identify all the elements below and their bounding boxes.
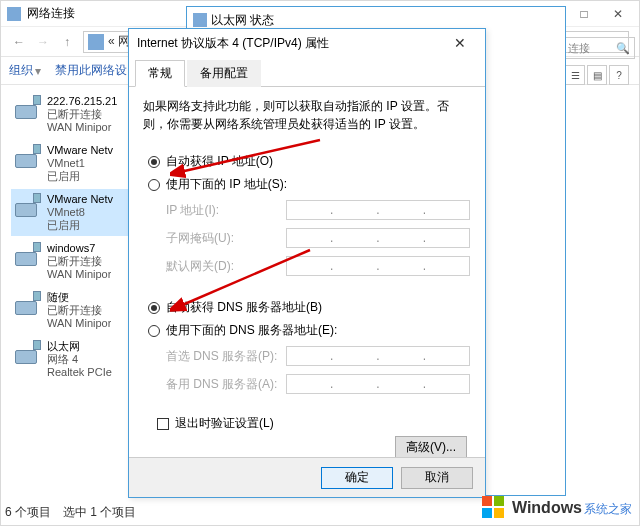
radio-ip-manual[interactable]: 使用下面的 IP 地址(S): <box>144 173 470 196</box>
ip-group: 自动获得 IP 地址(O) 使用下面的 IP 地址(S): IP 地址(I): … <box>143 147 471 287</box>
nic-icon <box>13 95 41 123</box>
ip-address-input[interactable]: ... <box>286 200 470 220</box>
radio-icon <box>148 325 160 337</box>
back-window-title: 网络连接 <box>27 5 75 22</box>
connection-list: 222.76.215.21 已断开连接 WAN Minipor VMware N… <box>11 91 131 385</box>
nav-fwd-icon[interactable]: → <box>31 30 55 54</box>
field-dns-preferred: 首选 DNS 服务器(P): ... <box>144 342 470 370</box>
field-dns-alternate: 备用 DNS 服务器(A): ... <box>144 370 470 398</box>
nic-icon <box>13 291 41 319</box>
radio-icon <box>148 179 160 191</box>
view-list-button[interactable]: ☰ <box>565 65 585 85</box>
mid-window-title: 以太网 状态 <box>211 12 274 29</box>
dlg-titlebar: Internet 协议版本 4 (TCP/IPv4) 属性 ✕ <box>129 29 485 57</box>
radio-label: 自动获得 DNS 服务器地址(B) <box>166 299 322 316</box>
field-subnet-mask: 子网掩码(U): ... <box>144 224 470 252</box>
tab-general[interactable]: 常规 <box>135 60 185 87</box>
dns-alternate-input[interactable]: ... <box>286 374 470 394</box>
radio-icon <box>148 156 160 168</box>
tab-alternate[interactable]: 备用配置 <box>187 60 261 87</box>
checkbox-label: 退出时验证设置(L) <box>175 415 274 432</box>
nic-icon <box>193 13 207 27</box>
field-label: 默认网关(D): <box>166 258 286 275</box>
field-ip-address: IP 地址(I): ... <box>144 196 470 224</box>
list-item[interactable]: windows7 已断开连接 WAN Minipor <box>11 238 131 285</box>
field-label: 备用 DNS 服务器(A): <box>166 376 286 393</box>
toolbar-disable[interactable]: 禁用此网络设 <box>55 62 127 79</box>
nic-icon <box>13 144 41 172</box>
ipv4-properties-dialog: Internet 协议版本 4 (TCP/IPv4) 属性 ✕ 常规 备用配置 … <box>128 28 486 498</box>
nic-icon <box>13 193 41 221</box>
search-placeholder: 连接 <box>568 41 590 56</box>
field-label: IP 地址(I): <box>166 202 286 219</box>
subnet-mask-input[interactable]: ... <box>286 228 470 248</box>
chevron-down-icon: ▾ <box>35 64 41 78</box>
list-item[interactable]: 以太网 网络 4 Realtek PCIe <box>11 336 131 383</box>
radio-ip-auto[interactable]: 自动获得 IP 地址(O) <box>144 150 470 173</box>
tab-strip: 常规 备用配置 <box>129 57 485 87</box>
view-details-button[interactable]: ▤ <box>587 65 607 85</box>
nav-up-icon[interactable]: ↑ <box>55 30 79 54</box>
search-icon: 🔍 <box>616 42 630 55</box>
dns-preferred-input[interactable]: ... <box>286 346 470 366</box>
windows-logo-icon <box>482 496 506 520</box>
close-button[interactable]: ✕ <box>443 32 477 54</box>
ok-button[interactable]: 确定 <box>321 467 393 489</box>
field-label: 子网掩码(U): <box>166 230 286 247</box>
field-label: 首选 DNS 服务器(P): <box>166 348 286 365</box>
status-count: 6 个项目 <box>5 504 51 521</box>
radio-label: 使用下面的 DNS 服务器地址(E): <box>166 322 337 339</box>
help-button[interactable]: ? <box>609 65 629 85</box>
close-button[interactable]: ✕ <box>601 3 635 25</box>
nic-icon <box>13 340 41 368</box>
watermark-brand: Windows <box>512 499 582 516</box>
dlg-title: Internet 协议版本 4 (TCP/IPv4) 属性 <box>137 35 443 52</box>
status-bar: 6 个项目 选中 1 个项目 <box>5 504 136 521</box>
dlg-footer: 确定 取消 <box>129 457 485 497</box>
gateway-input[interactable]: ... <box>286 256 470 276</box>
maximize-button[interactable]: □ <box>567 3 601 25</box>
radio-icon <box>148 302 160 314</box>
radio-dns-auto[interactable]: 自动获得 DNS 服务器地址(B) <box>144 296 470 319</box>
toolbar-organize[interactable]: 组织 ▾ <box>9 62 41 79</box>
nic-small-icon <box>7 7 21 21</box>
list-item[interactable]: VMware Netv VMnet1 已启用 <box>11 140 131 187</box>
cancel-button[interactable]: 取消 <box>401 467 473 489</box>
field-default-gateway: 默认网关(D): ... <box>144 252 470 280</box>
list-item[interactable]: 随便 已断开连接 WAN Minipor <box>11 287 131 334</box>
dlg-body: 如果网络支持此功能，则可以获取自动指派的 IP 设置。否则，你需要从网络系统管理… <box>129 87 485 474</box>
radio-dns-manual[interactable]: 使用下面的 DNS 服务器地址(E): <box>144 319 470 342</box>
advanced-button[interactable]: 高级(V)... <box>395 436 467 458</box>
validate-on-exit-row[interactable]: 退出时验证设置(L) <box>143 411 471 436</box>
list-item[interactable]: 222.76.215.21 已断开连接 WAN Minipor <box>11 91 131 138</box>
watermark-sub: 系统之家 <box>584 502 632 516</box>
watermark: Windows系统之家 <box>482 496 632 520</box>
checkbox-icon <box>157 418 169 430</box>
description-text: 如果网络支持此功能，则可以获取自动指派的 IP 设置。否则，你需要从网络系统管理… <box>143 97 471 133</box>
status-selected: 选中 1 个项目 <box>63 504 136 521</box>
list-item-selected[interactable]: VMware Netv VMnet8 已启用 <box>11 189 131 236</box>
breadcrumb-icon <box>88 34 104 50</box>
radio-label: 使用下面的 IP 地址(S): <box>166 176 287 193</box>
radio-label: 自动获得 IP 地址(O) <box>166 153 273 170</box>
nav-back-icon[interactable]: ← <box>7 30 31 54</box>
dns-group: 自动获得 DNS 服务器地址(B) 使用下面的 DNS 服务器地址(E): 首选… <box>143 293 471 405</box>
nic-icon <box>13 242 41 270</box>
